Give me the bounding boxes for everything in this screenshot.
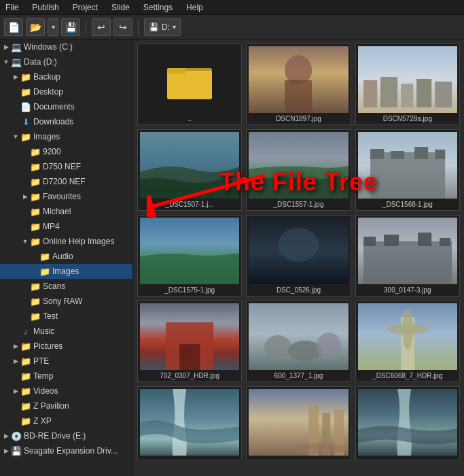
sidebar-item-images[interactable]: ▼ 📁 Images	[0, 129, 132, 144]
save-button[interactable]: 💾	[61, 18, 80, 36]
sidebar-item-temp[interactable]: 📁 Temp	[0, 369, 132, 384]
thumbnail-label-dsc1568: _DSC1568-1.jpg	[358, 201, 457, 208]
thumbnail-hdr1377[interactable]: 600_1377_1.jpg	[246, 301, 351, 382]
menu-slide[interactable]: Slide	[109, 1, 132, 14]
sidebar-item-d750-nef[interactable]: 📁 D750 NEF	[0, 159, 132, 174]
svg-point-47	[291, 443, 346, 454]
thumbnail-waterfall1[interactable]	[137, 386, 242, 460]
drive-selector[interactable]: 💾 D: ▾	[144, 18, 181, 36]
sidebar-item-seagate[interactable]: ▶ 💾 Seagate Expansion Driv...	[0, 443, 132, 458]
sidebar-label-bd-re: BD-RE Drive (E:)	[24, 431, 86, 441]
sidebar-item-michael[interactable]: 📁 Michael	[0, 204, 132, 219]
thumbnail-dsc1575[interactable]: _DSC1575-1.jpg	[137, 215, 242, 296]
sidebar-item-windows-c[interactable]: ▶ 💻 Windows (C:)	[0, 39, 132, 54]
sidebar-label-9200: 9200	[43, 147, 61, 156]
thumbnail-dsc1557[interactable]: _DSC1557-1.jpg	[246, 129, 351, 211]
svg-rect-17	[370, 152, 445, 199]
tree-arrow-z-xp	[11, 418, 20, 424]
sidebar-item-d7200-nef[interactable]: 📁 D7200 NEF	[0, 174, 132, 189]
thumbnail-ruins1[interactable]	[246, 386, 351, 460]
sidebar-item-desktop[interactable]: 📁 Desktop	[0, 84, 132, 99]
thumbnail-img-dsc1575	[140, 218, 239, 284]
thumbnail-img-dscn1897	[249, 46, 348, 113]
svg-rect-11	[435, 82, 452, 107]
folder-icon-images-sub: 📁	[39, 267, 50, 277]
thumbnail-img-dsc1557	[249, 132, 348, 199]
thumbnail-dotdot[interactable]: ..	[137, 44, 242, 125]
thumbnail-label-dsc6068: _DSC6068_7_HDR.jpg	[358, 372, 457, 379]
thumbnail-dscn5728a[interactable]: DSCN5728a.jpg	[355, 44, 460, 125]
thumbnail-dsc6068[interactable]: _DSC6068_7_HDR.jpg	[355, 301, 460, 382]
sidebar-item-z-xp[interactable]: 📁 Z XP	[0, 413, 132, 428]
folder-icon-audio: 📁	[39, 252, 50, 262]
thumbnail-label-dscn5728a: DSCN5728a.jpg	[358, 115, 457, 122]
menu-project[interactable]: Project	[70, 1, 101, 14]
tree-arrow-images: ▼	[11, 133, 20, 140]
drive-dropdown-icon: ▾	[173, 23, 176, 31]
sidebar-item-pte[interactable]: ▶ 📁 PTE	[0, 354, 132, 369]
sidebar-item-music[interactable]: ♪ Music	[0, 324, 132, 339]
open-button[interactable]: 📂	[26, 18, 45, 36]
folder-icon-test: 📁	[30, 311, 41, 322]
sidebar-item-audio[interactable]: 📁 Audio	[0, 249, 132, 264]
sidebar-item-sony-raw[interactable]: 📁 Sony RAW	[0, 294, 132, 309]
thumbnail-waterfall2[interactable]	[355, 386, 460, 460]
thumbnail-label-hdr0307: 702_0307_HDR.jpg	[140, 372, 239, 379]
thumbnail-label-dotdot: ..	[140, 115, 239, 122]
svg-point-41	[402, 309, 413, 350]
folder-icon-scans: 📁	[30, 282, 41, 292]
sidebar-item-test[interactable]: 📁 Test	[0, 309, 132, 324]
thumbnail-hdr0307[interactable]: 702_0307_HDR.jpg	[137, 301, 242, 382]
tree-arrow-audio	[30, 253, 39, 260]
thumbnail-dscn1897[interactable]: DSCN1897.jpg	[246, 44, 351, 125]
sidebar-item-data-d[interactable]: ▼ 💻 Data (D:)	[0, 54, 132, 69]
sidebar-item-documents[interactable]: 📄 Documents	[0, 99, 132, 114]
thumbnail-dsc1507[interactable]: _DSC1507-1.j...	[137, 129, 242, 211]
sidebar-item-bd-re[interactable]: ▶ 💿 BD-RE Drive (E:)	[0, 428, 132, 443]
open-dropdown-button[interactable]: ▾	[48, 18, 58, 36]
menu-settings[interactable]: Settings	[141, 1, 175, 14]
svg-rect-8	[380, 77, 397, 107]
thumbnail-img-dotdot	[140, 46, 239, 113]
undo-button[interactable]: ↩	[92, 18, 111, 36]
computer-icon: 💻	[11, 42, 22, 52]
tree-arrow-seagate: ▶	[1, 447, 11, 454]
thumbnail-hdr0147[interactable]: 300_0147-3.jpg	[355, 215, 460, 296]
menu-help[interactable]: Help	[183, 1, 206, 14]
toolbar-separator-1	[86, 20, 86, 35]
sidebar-item-z-pavilion[interactable]: 📁 Z Pavilion	[0, 398, 132, 413]
tree-arrow-backup: ▶	[11, 73, 20, 80]
sidebar-label-desktop: Desktop	[33, 87, 63, 97]
svg-rect-1	[167, 71, 212, 99]
tree-arrow-scans	[20, 283, 30, 290]
sidebar-item-9200[interactable]: 📁 9200	[0, 144, 132, 159]
tree-arrow-windows-c: ▶	[1, 44, 11, 50]
menu-publish[interactable]: Publish	[29, 1, 61, 14]
sidebar-item-pictures[interactable]: ▶ 📁 Pictures	[0, 339, 132, 354]
sidebar-item-videos[interactable]: ▶ 📁 Videos	[0, 384, 132, 398]
sidebar-label-z-xp: Z XP	[33, 416, 52, 426]
folder-icon-d750: 📁	[30, 162, 41, 172]
sidebar-item-downloads[interactable]: ⬇ Downloads	[0, 114, 132, 129]
sidebar-item-images-sub[interactable]: 📁 Images	[0, 264, 132, 279]
folder-icon-z-xp: 📁	[20, 416, 31, 426]
sidebar-item-backup[interactable]: ▶ 📁 Backup	[0, 69, 132, 84]
tree-arrow-desktop	[11, 88, 20, 95]
svg-rect-18	[370, 149, 384, 159]
menu-file[interactable]: File	[3, 1, 21, 14]
new-button[interactable]: 📄	[4, 18, 23, 36]
svg-rect-2	[167, 68, 186, 73]
redo-button[interactable]: ↪	[113, 18, 132, 36]
thumbnail-img-dsc1507	[140, 132, 239, 199]
main-layout: ▶ 💻 Windows (C:) ▼ 💻 Data (D:) ▶ 📁 Backu…	[0, 39, 464, 476]
sidebar-item-mp4[interactable]: 📁 MP4	[0, 219, 132, 234]
tree-arrow-9200	[20, 148, 30, 155]
tree-arrow-online-help: ▼	[20, 238, 30, 245]
thumbnail-dsc0526[interactable]: DSC_0526.jpg	[246, 215, 351, 296]
folder-icon-temp: 📁	[20, 371, 31, 381]
thumbnail-img-hdr1377	[249, 303, 348, 370]
sidebar-item-favourites[interactable]: ▶ 📁 Favourites	[0, 189, 132, 204]
sidebar-item-online-help[interactable]: ▼ 📁 Online Help Images	[0, 234, 132, 249]
thumbnail-dsc1568[interactable]: _DSC1568-1.jpg	[355, 129, 460, 211]
sidebar-item-scans[interactable]: 📁 Scans	[0, 279, 132, 294]
